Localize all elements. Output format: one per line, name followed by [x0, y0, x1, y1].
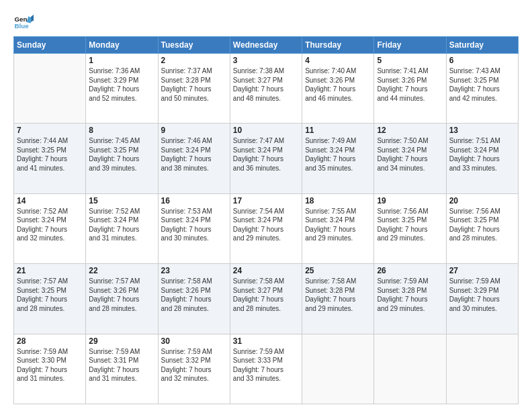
day-number: 3	[233, 56, 299, 65]
day-number: 15	[89, 196, 154, 205]
calendar-cell: 20Sunrise: 7:56 AMSunset: 3:25 PMDayligh…	[446, 193, 518, 263]
cell-info-line: Daylight: 7 hours	[449, 154, 515, 164]
calendar-cell: 16Sunrise: 7:53 AMSunset: 3:24 PMDayligh…	[158, 193, 230, 263]
day-number: 25	[305, 266, 371, 275]
cell-info-line: Daylight: 7 hours	[305, 85, 371, 94]
day-number: 16	[161, 196, 227, 205]
cell-info-line: Sunrise: 7:52 AM	[17, 207, 83, 216]
cell-info-line: Sunrise: 7:59 AM	[17, 347, 83, 357]
logo-icon: General Blue	[13, 12, 34, 32]
calendar-cell: 18Sunrise: 7:55 AMSunset: 3:24 PMDayligh…	[302, 193, 374, 263]
cell-info-line: and 41 minutes.	[17, 164, 83, 173]
cell-info-line: Sunset: 3:27 PM	[233, 76, 299, 85]
cell-info-line: and 50 minutes.	[161, 94, 227, 103]
week-row-4: 21Sunrise: 7:57 AMSunset: 3:25 PMDayligh…	[14, 264, 519, 334]
cell-info-line: and 31 minutes.	[89, 234, 154, 243]
cell-info-line: Sunset: 3:28 PM	[305, 286, 371, 295]
day-number: 17	[233, 196, 299, 205]
cell-info-line: Sunrise: 7:56 AM	[449, 207, 515, 216]
cell-info-line: Daylight: 7 hours	[17, 225, 83, 234]
cell-info-line: Sunset: 3:25 PM	[449, 216, 515, 225]
cell-info-line: Sunset: 3:24 PM	[449, 146, 515, 155]
calendar-cell: 29Sunrise: 7:59 AMSunset: 3:31 PMDayligh…	[86, 334, 158, 404]
weekday-header-thursday: Thursday	[302, 37, 374, 54]
cell-info-line: Sunset: 3:28 PM	[161, 76, 227, 85]
cell-info-line: and 33 minutes.	[449, 164, 515, 173]
day-number: 27	[449, 266, 515, 275]
cell-info-line: and 36 minutes.	[233, 164, 299, 173]
cell-info-line: and 34 minutes.	[377, 164, 443, 173]
weekday-header-sunday: Sunday	[14, 37, 86, 54]
calendar-cell: 28Sunrise: 7:59 AMSunset: 3:30 PMDayligh…	[14, 334, 86, 404]
day-number: 6	[449, 56, 515, 65]
cell-info-line: and 28 minutes.	[449, 234, 515, 243]
cell-info-line: Sunrise: 7:44 AM	[17, 136, 83, 146]
cell-info-line: Daylight: 7 hours	[449, 295, 515, 304]
cell-info-line: Sunrise: 7:46 AM	[161, 136, 227, 146]
cell-info-line: Daylight: 7 hours	[161, 365, 227, 375]
cell-info-line: Sunrise: 7:58 AM	[161, 277, 227, 286]
day-number: 31	[233, 336, 299, 346]
cell-info-line: Daylight: 7 hours	[17, 295, 83, 304]
cell-info-line: Sunset: 3:26 PM	[161, 286, 227, 295]
cell-info-line: Daylight: 7 hours	[305, 225, 371, 234]
cell-info-line: Sunset: 3:24 PM	[17, 216, 83, 225]
cell-info-line: Sunrise: 7:53 AM	[161, 207, 227, 216]
cell-info-line: Daylight: 7 hours	[89, 225, 154, 234]
cell-info-line: Sunrise: 7:38 AM	[233, 66, 299, 76]
cell-info-line: Sunrise: 7:50 AM	[377, 136, 443, 146]
day-number: 19	[377, 196, 443, 205]
cell-info-line: Sunrise: 7:49 AM	[305, 136, 371, 146]
day-number: 14	[17, 196, 83, 205]
cell-info-line: and 28 minutes.	[161, 304, 227, 314]
calendar-cell: 7Sunrise: 7:44 AMSunset: 3:25 PMDaylight…	[14, 124, 86, 193]
cell-info-line: Daylight: 7 hours	[161, 154, 227, 164]
cell-info-line: Daylight: 7 hours	[89, 154, 154, 164]
cell-info-line: Sunset: 3:27 PM	[233, 286, 299, 295]
cell-info-line: Daylight: 7 hours	[89, 85, 154, 94]
week-row-2: 7Sunrise: 7:44 AMSunset: 3:25 PMDaylight…	[14, 124, 519, 193]
cell-info-line: Daylight: 7 hours	[161, 85, 227, 94]
cell-info-line: and 29 minutes.	[377, 304, 443, 314]
cell-info-line: Sunset: 3:26 PM	[377, 76, 443, 85]
day-number: 24	[233, 266, 299, 275]
cell-info-line: Sunrise: 7:36 AM	[89, 66, 154, 76]
day-number: 20	[449, 196, 515, 205]
cell-info-line: Sunrise: 7:52 AM	[89, 207, 154, 216]
cell-info-line: Daylight: 7 hours	[233, 85, 299, 94]
cell-info-line: Daylight: 7 hours	[17, 365, 83, 375]
cell-info-line: and 28 minutes.	[233, 304, 299, 314]
cell-info-line: Sunset: 3:31 PM	[89, 356, 154, 365]
cell-info-line: Daylight: 7 hours	[17, 154, 83, 164]
cell-info-line: Sunrise: 7:41 AM	[377, 66, 443, 76]
week-row-5: 28Sunrise: 7:59 AMSunset: 3:30 PMDayligh…	[14, 334, 519, 404]
cell-info-line: Sunset: 3:24 PM	[233, 146, 299, 155]
calendar-cell: 13Sunrise: 7:51 AMSunset: 3:24 PMDayligh…	[446, 124, 518, 193]
cell-info-line: Sunrise: 7:55 AM	[305, 207, 371, 216]
cell-info-line: and 29 minutes.	[233, 234, 299, 243]
cell-info-line: Sunrise: 7:58 AM	[305, 277, 371, 286]
day-number: 26	[377, 266, 443, 275]
calendar-cell: 24Sunrise: 7:58 AMSunset: 3:27 PMDayligh…	[230, 264, 302, 334]
cell-info-line: Sunrise: 7:45 AM	[89, 136, 154, 146]
cell-info-line: and 32 minutes.	[17, 234, 83, 243]
cell-info-line: Sunset: 3:24 PM	[161, 216, 227, 225]
cell-info-line: and 28 minutes.	[89, 304, 154, 314]
cell-info-line: Daylight: 7 hours	[161, 225, 227, 234]
cell-info-line: Sunrise: 7:51 AM	[449, 136, 515, 146]
cell-info-line: Daylight: 7 hours	[89, 295, 154, 304]
day-number: 10	[233, 126, 299, 135]
day-number: 28	[17, 336, 83, 346]
cell-info-line: Sunset: 3:33 PM	[233, 356, 299, 365]
cell-info-line: Daylight: 7 hours	[449, 225, 515, 234]
calendar-cell: 4Sunrise: 7:40 AMSunset: 3:26 PMDaylight…	[302, 54, 374, 124]
cell-info-line: and 38 minutes.	[161, 164, 227, 173]
day-number: 8	[89, 126, 154, 135]
header: General Blue	[13, 12, 519, 32]
calendar-cell	[14, 54, 86, 124]
cell-info-line: Sunset: 3:24 PM	[89, 216, 154, 225]
cell-info-line: Sunrise: 7:58 AM	[233, 277, 299, 286]
cell-info-line: Daylight: 7 hours	[161, 295, 227, 304]
cell-info-line: and 44 minutes.	[377, 94, 443, 103]
cell-info-line: and 48 minutes.	[233, 94, 299, 103]
